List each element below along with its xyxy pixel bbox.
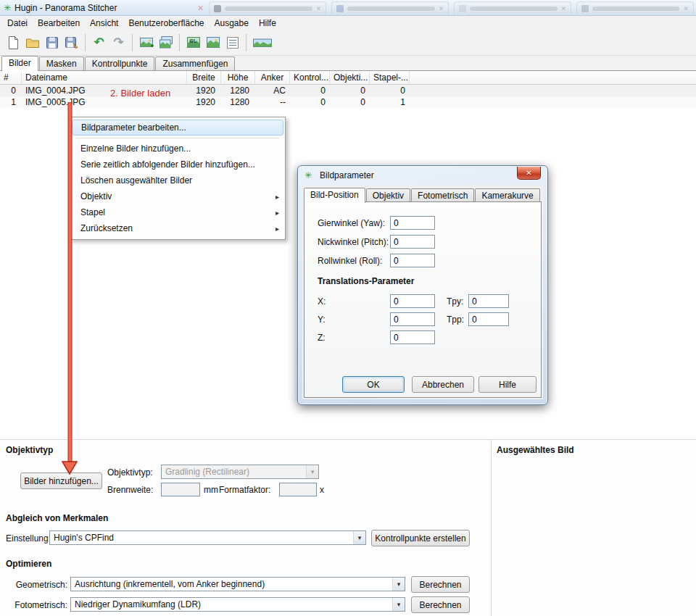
col-control-points[interactable]: Kontrol...	[290, 71, 330, 84]
crop-factor-unit: x	[320, 485, 324, 495]
menu-datei[interactable]: Datei	[2, 17, 33, 30]
tab-kontrollpunkte[interactable]: Kontrollpunkte	[85, 57, 155, 70]
cancel-button[interactable]: Abbrechen	[412, 376, 474, 393]
geometric-optimize-select[interactable]: Ausrichtung (inkrementell, vom Anker beg…	[70, 577, 405, 591]
y-label: Y:	[318, 315, 326, 325]
roll-input[interactable]	[390, 254, 435, 267]
table-row[interactable]: 1 IMG_0005.JPG 1920 1280 -- 0 0 1	[0, 96, 696, 108]
dialog-close-button[interactable]: ✕	[517, 167, 541, 180]
yaw-input[interactable]	[390, 216, 435, 230]
toolbar: ↶ ↷ GL	[0, 30, 696, 56]
col-anchor[interactable]: Anker	[255, 71, 290, 84]
ghost-tab: ✕	[209, 1, 326, 14]
cell-control-points: 0	[290, 85, 330, 96]
show-control-points-icon	[225, 35, 241, 51]
dialog-tab-fotometrisch[interactable]: Fotometrisch	[411, 188, 474, 202]
col-height[interactable]: Höhe	[221, 71, 255, 84]
tab-zusammenfuegen[interactable]: Zusammenfügen	[155, 57, 235, 70]
menu-item-loeschen[interactable]: Löschen ausgewählter Bilder	[70, 172, 285, 188]
col-filename[interactable]: Dateiname	[22, 71, 187, 84]
z-input[interactable]	[390, 330, 435, 344]
cell-lens: 0	[330, 85, 370, 96]
tab-bilder[interactable]: Bilder	[1, 56, 38, 71]
toolbar-control-points-list-button[interactable]	[223, 33, 242, 52]
lens-type-select[interactable]: Gradlinig (Rectilinear) ▾	[161, 465, 319, 479]
toolbar-add-time-series-button[interactable]	[156, 33, 175, 52]
ghost-tab-title	[347, 7, 434, 11]
cell-index: 1	[0, 96, 22, 108]
help-button[interactable]: Hilfe	[478, 376, 536, 393]
dialog-title: Bildparameter	[320, 170, 374, 180]
ghost-tab-title	[592, 7, 679, 11]
toolbar-undo-button[interactable]: ↶	[89, 33, 109, 52]
tab-masken[interactable]: Masken	[39, 57, 84, 70]
panel-divider[interactable]	[491, 440, 492, 616]
photometric-optimize-select[interactable]: Niedriger Dynamikumfang (LDR) ▾	[70, 597, 405, 612]
ghost-tab: ✕	[331, 1, 449, 14]
col-index[interactable]: #	[0, 71, 22, 84]
menu-item-einzelne-bilder-hinzufuegen[interactable]: Einzelne Bilder hinzufügen...	[70, 141, 285, 157]
menu-item-objektiv[interactable]: Objektiv ▸	[70, 188, 285, 204]
col-width[interactable]: Breite	[187, 71, 221, 84]
toolbar-preview-button[interactable]	[203, 33, 223, 52]
toolbar-panorama-preview-button[interactable]	[250, 33, 275, 52]
pitch-input[interactable]	[390, 235, 435, 249]
toolbar-new-button[interactable]	[3, 33, 22, 52]
ok-button[interactable]: OK	[342, 376, 405, 393]
ghost-tab: ✕	[454, 1, 571, 14]
dialog-tab-objektiv[interactable]: Objektiv	[366, 188, 410, 202]
ghost-tab-close-icon: ✕	[683, 5, 689, 12]
chevron-down-icon: ▾	[392, 598, 405, 611]
ghost-tab-close-icon: ✕	[439, 5, 444, 12]
cell-index: 0	[0, 85, 22, 96]
ghost-tab-close-icon: ✕	[561, 5, 567, 12]
toolbar-redo-button[interactable]: ↷	[109, 33, 128, 52]
y-input[interactable]	[390, 312, 435, 326]
crop-factor-label: Formatfaktor:	[219, 485, 270, 495]
setting-label: Einstellung:	[6, 533, 51, 544]
cell-lens: 0	[330, 96, 370, 108]
toolbar-separator	[246, 34, 246, 51]
menu-item-serie-hinzufuegen[interactable]: Serie zeitlich abfolgender Bilder hinzuf…	[70, 157, 285, 172]
crop-factor-input[interactable]	[279, 483, 317, 496]
menu-item-stapel[interactable]: Stapel ▸	[70, 204, 285, 220]
toolbar-open-button[interactable]	[22, 33, 42, 52]
photometric-calculate-button[interactable]: Berechnen	[411, 596, 470, 613]
menu-ansicht[interactable]: Ansicht	[85, 17, 123, 30]
x-input[interactable]	[390, 294, 435, 308]
svg-text:GL: GL	[189, 38, 196, 43]
focal-length-input[interactable]	[161, 483, 200, 496]
dialog-tab-bild-position[interactable]: Bild-Position	[304, 188, 365, 203]
menu-benutzeroberflaeche[interactable]: Benutzeroberfläche	[123, 17, 209, 30]
geometric-calculate-button[interactable]: Berechnen	[411, 576, 470, 593]
col-lens[interactable]: Objekti...	[330, 71, 370, 84]
col-stack[interactable]: Stapel-...	[370, 71, 410, 84]
optimize-heading: Optimieren	[6, 559, 51, 569]
toolbar-fast-preview-button[interactable]: GL	[183, 33, 203, 52]
table-row[interactable]: 0 IMG_0004.JPG 1920 1280 AC 0 0 0	[0, 85, 696, 96]
toolbar-save-as-button[interactable]	[62, 33, 81, 52]
tpp-input[interactable]	[468, 312, 509, 326]
ghost-tab-close-icon: ✕	[316, 5, 322, 12]
background-browser-tabs: ✕ ✕ ✕ ✕ ✕	[197, 1, 694, 15]
main-tab-bar: Bilder Masken Kontrollpunkte Zusammenfüg…	[0, 56, 696, 71]
title-bar[interactable]: ✳ Hugin - Panorama Stitcher ✕ ✕ ✕ ✕	[0, 0, 696, 16]
bildparameter-dialog: ✳ Bildparameter ✕ Bild-Position Objektiv…	[297, 165, 548, 405]
ghost-favicon	[459, 5, 466, 12]
photometric-label: Fotometrisch:	[6, 600, 67, 610]
menu-bearbeiten[interactable]: Bearbeiten	[33, 17, 85, 30]
cpfind-select[interactable]: Hugin's CPFind ▾	[49, 530, 366, 545]
panorama-preview-icon	[252, 35, 273, 51]
dialog-title-bar[interactable]: ✳ Bildparameter	[298, 166, 547, 184]
tpy-input[interactable]	[468, 294, 509, 308]
toolbar-save-button[interactable]	[42, 33, 62, 52]
dialog-tab-kamerakurve[interactable]: Kamerakurve	[475, 188, 539, 202]
toolbar-add-images-button[interactable]	[136, 33, 156, 52]
menu-ausgabe[interactable]: Ausgabe	[210, 17, 254, 30]
menu-item-bildparameter-bearbeiten[interactable]: Bildparameter bearbeiten...	[72, 120, 283, 136]
create-control-points-button[interactable]: Kontrollpunkte erstellen	[371, 530, 470, 546]
chevron-down-icon: ▾	[306, 465, 318, 478]
annotation-arrow	[60, 102, 79, 476]
menu-item-zuruecksetzen[interactable]: Zurücksetzen ▸	[70, 220, 285, 236]
menu-hilfe[interactable]: Hilfe	[254, 17, 281, 30]
